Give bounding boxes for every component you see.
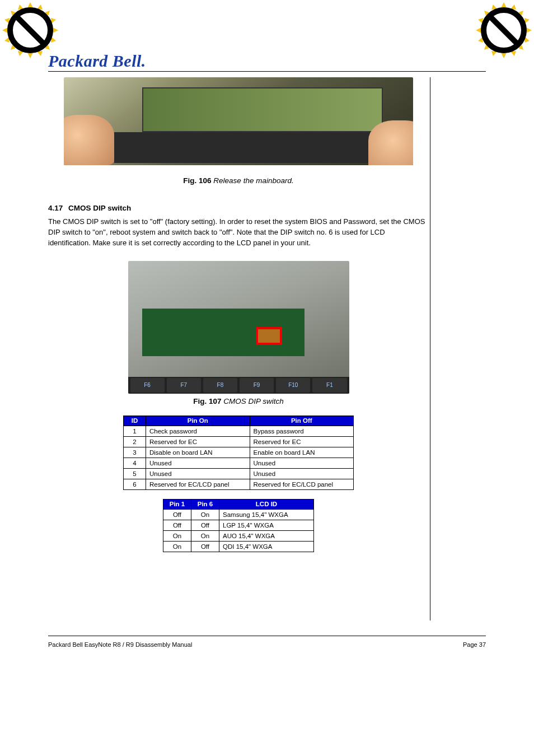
keycap: F8 xyxy=(203,378,237,393)
caption-text: CMOS DIP switch xyxy=(223,397,284,405)
svg-marker-22 xyxy=(526,27,532,33)
caption-number: Fig. 106 xyxy=(183,176,211,185)
svg-marker-21 xyxy=(476,27,481,33)
svg-marker-3 xyxy=(53,27,58,33)
keycap: F6 xyxy=(130,378,165,393)
table-cell: Reserved for EC/LCD panel xyxy=(146,479,250,489)
svg-marker-20 xyxy=(501,53,507,58)
th-pin-off: Pin Off xyxy=(250,416,354,426)
table-cell: 3 xyxy=(124,447,146,458)
table-cell: Unused xyxy=(146,468,250,479)
caption-text: Release the mainboard. xyxy=(213,176,293,185)
table-cell: Reserved for EC xyxy=(250,436,354,447)
table-cell: Off xyxy=(163,509,191,520)
table-cell: Disable on board LAN xyxy=(146,447,250,458)
prohibit-seal-icon xyxy=(2,2,58,58)
section-heading: 4.17 CMOS DIP switch xyxy=(48,204,429,212)
lcd-id-table: Pin 1 Pin 6 LCD ID OffOnSamsung 15,4" WX… xyxy=(163,499,314,552)
table-cell: On xyxy=(163,541,191,552)
table-cell: AUO 15,4" WXGA xyxy=(219,530,314,541)
table-cell: On xyxy=(191,530,219,541)
th-pin6: Pin 6 xyxy=(191,499,219,509)
table-row: OnOffQDI 15,4" WXGA xyxy=(163,541,314,552)
table-cell: 6 xyxy=(124,479,146,489)
table-cell: Unused xyxy=(250,468,354,479)
table-row: 5UnusedUnused xyxy=(124,468,354,479)
prohibit-seal-icon xyxy=(476,2,532,58)
svg-marker-0 xyxy=(27,2,33,8)
th-id: ID xyxy=(124,416,146,426)
table-row: 1Check passwordBypass password xyxy=(124,426,354,436)
table-cell: QDI 15,4" WXGA xyxy=(219,541,314,552)
table-cell: Bypass password xyxy=(250,426,354,436)
keycap: F1 xyxy=(312,378,346,393)
table-cell: 1 xyxy=(124,426,146,436)
svg-marker-19 xyxy=(501,2,507,8)
footer-rule xyxy=(48,636,486,636)
table-cell: Off xyxy=(191,541,219,552)
margin-rule xyxy=(430,77,430,620)
table-cell: On xyxy=(163,530,191,541)
table-cell: Off xyxy=(191,520,219,530)
table-cell: LGP 15,4" WXGA xyxy=(219,520,314,530)
table-cell: 5 xyxy=(124,468,146,479)
svg-marker-2 xyxy=(2,27,8,33)
table-cell: 2 xyxy=(124,436,146,447)
header-rule xyxy=(48,71,486,72)
figure-107-photo: F6 F7 F8 F9 F10 F1 xyxy=(128,261,349,394)
table-cell: Enable on board LAN xyxy=(250,447,354,458)
table-row: OffOffLGP 15,4" WXGA xyxy=(163,520,314,530)
keycap: F9 xyxy=(240,378,274,393)
table-row: OffOnSamsung 15,4" WXGA xyxy=(163,509,314,520)
table-cell: 4 xyxy=(124,458,146,468)
table-cell: Unused xyxy=(250,458,354,468)
figure-106-caption: Fig. 106 Release the mainboard. xyxy=(48,176,429,185)
footer-left: Packard Bell EasyNote R8 / R9 Disassembl… xyxy=(48,641,192,648)
table-cell: Samsung 15,4" WXGA xyxy=(219,509,314,520)
section-number: 4.17 xyxy=(48,204,63,212)
table-cell: Reserved for EC xyxy=(146,436,250,447)
section-title: CMOS DIP switch xyxy=(68,204,131,212)
dip-switch-table: ID Pin On Pin Off 1Check passwordBypass … xyxy=(123,416,354,490)
dip-switch-highlight xyxy=(256,327,282,345)
table-cell: Check password xyxy=(146,426,250,436)
table-row: 3Disable on board LANEnable on board LAN xyxy=(124,447,354,458)
keycap: F7 xyxy=(167,378,201,393)
footer-right: Page 37 xyxy=(463,641,486,648)
svg-marker-1 xyxy=(27,53,33,58)
table-row: 4UnusedUnused xyxy=(124,458,354,468)
table-cell: Off xyxy=(163,520,191,530)
table-row: OnOnAUO 15,4" WXGA xyxy=(163,530,314,541)
th-pin1: Pin 1 xyxy=(163,499,191,509)
keycap: F10 xyxy=(276,378,310,393)
brand-logo: Packard Bell. xyxy=(48,52,146,71)
caption-number: Fig. 107 xyxy=(193,397,221,405)
th-lcdid: LCD ID xyxy=(219,499,314,509)
figure-106-photo xyxy=(64,77,413,165)
table-cell: Reserved for EC/LCD panel xyxy=(250,479,354,489)
table-cell: Unused xyxy=(146,458,250,468)
table-row: 2Reserved for ECReserved for EC xyxy=(124,436,354,447)
body-paragraph: The CMOS DIP switch is set to "off" (fac… xyxy=(48,217,429,249)
th-pin-on: Pin On xyxy=(146,416,250,426)
figure-107-caption: Fig. 107 CMOS DIP switch xyxy=(48,397,429,405)
table-row: 6Reserved for EC/LCD panelReserved for E… xyxy=(124,479,354,489)
table-cell: On xyxy=(191,509,219,520)
